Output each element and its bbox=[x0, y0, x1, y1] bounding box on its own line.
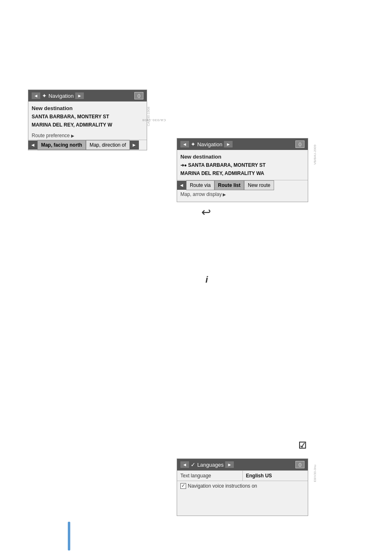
panel1-right-arrow[interactable]: ► bbox=[75, 92, 84, 99]
voice-label: Navigation voice instructions on bbox=[188, 483, 257, 489]
voice-instructions-row[interactable]: Navigation voice instructions on bbox=[177, 481, 308, 491]
panel1-body: New destination SANTA BARBARA, MONTERY S… bbox=[28, 101, 147, 131]
panel2-nav-icon: ✦ bbox=[191, 141, 196, 147]
panel2-destination2: MARINA DEL REY, ADMIRALITY WA bbox=[180, 169, 304, 177]
panel2-route-via[interactable]: Route via bbox=[186, 180, 214, 190]
panel2-left-arrow[interactable]: ◄ bbox=[180, 141, 189, 147]
panel2-route-list[interactable]: Route list bbox=[214, 180, 244, 190]
lang-header-content: ◄ ✓ Languages ► bbox=[180, 461, 234, 468]
panel1-corner-icon[interactable]: ⟨⟩ bbox=[134, 92, 143, 99]
panel1-side-label: CA/030-1908 bbox=[142, 118, 166, 122]
panel1-route-preference[interactable]: Route preference bbox=[28, 131, 147, 140]
panel2-footer-back[interactable]: ◄ bbox=[177, 181, 186, 190]
lang-corner-icon[interactable]: ⟨⟩ bbox=[295, 461, 304, 468]
panel1-vert-label: CA/030-1908 bbox=[147, 90, 150, 143]
panel2-vert-label: VB/B4U-2009 bbox=[313, 145, 317, 165]
lang-title: Languages bbox=[197, 462, 224, 468]
panel2-map-arrow-display[interactable]: Map, arrow display bbox=[177, 190, 308, 198]
back-arrow-1: ↩ bbox=[201, 205, 211, 219]
panel1-map-direction[interactable]: Map, direction of bbox=[86, 140, 130, 150]
panel1-footer: ◄ Map, facing north Map, direction of ► bbox=[28, 140, 147, 150]
panel2-new-route[interactable]: New route bbox=[244, 180, 274, 190]
panel2-right-arrow[interactable]: ► bbox=[224, 141, 233, 147]
text-language-row: Text language English US bbox=[177, 470, 308, 481]
info-symbol: i bbox=[205, 274, 208, 285]
lang-right-arrow[interactable]: ► bbox=[225, 461, 234, 468]
lang-check-icon: ✓ bbox=[191, 461, 196, 468]
lang-panel-header: ◄ ✓ Languages ► ⟨⟩ bbox=[177, 459, 308, 470]
panel2-header: ◄ ✦ Navigation ► ⟨⟩ bbox=[177, 138, 308, 150]
panel1-nav-icon: ✦ bbox=[42, 92, 47, 99]
panel1-destination2: MARINA DEL REY, ADMIRALITY W bbox=[32, 121, 143, 129]
panel1-new-destination[interactable]: New destination bbox=[32, 104, 143, 113]
panel2-body: New destination SANTA BARBARA, MONTERY S… bbox=[177, 150, 308, 180]
panel1-footer-forward[interactable]: ► bbox=[130, 140, 139, 150]
navigation-panel-1: ◄ ✦ Navigation ► ⟨⟩ New destination SANT… bbox=[28, 90, 147, 150]
blue-vertical-bar bbox=[68, 522, 70, 550]
checkmark-symbol: ☑ bbox=[298, 440, 307, 451]
text-language-label: Text language bbox=[177, 471, 243, 481]
panel1-left-arrow[interactable]: ◄ bbox=[32, 92, 40, 99]
panel1-header: ◄ ✦ Navigation ► ⟨⟩ bbox=[28, 90, 147, 101]
panel1-map-facing-north[interactable]: Map, facing north bbox=[37, 140, 86, 150]
navigation-panel-2: ◄ ✦ Navigation ► ⟨⟩ New destination SANT… bbox=[177, 138, 308, 202]
text-language-value: English US bbox=[243, 471, 308, 481]
panel2-header-content: ◄ ✦ Navigation ► bbox=[180, 141, 233, 147]
voice-checkbox[interactable] bbox=[180, 483, 186, 489]
panel1-title: Navigation bbox=[48, 93, 74, 99]
panel1-destination1: SANTA BARBARA, MONTERY ST bbox=[32, 113, 143, 121]
lang-empty-space bbox=[177, 491, 308, 516]
panel2-title: Navigation bbox=[197, 141, 222, 147]
lang-vert-label: E8/V30-0nu bbox=[313, 465, 317, 482]
panel1-header-content: ◄ ✦ Navigation ► bbox=[32, 92, 84, 99]
panel2-new-destination[interactable]: New destination bbox=[180, 152, 304, 161]
lang-left-arrow[interactable]: ◄ bbox=[180, 461, 189, 468]
panel2-destination1: SANTA BARBARA, MONTERY ST bbox=[180, 161, 304, 169]
panel2-corner-icon[interactable]: ⟨⟩ bbox=[295, 140, 304, 148]
panel2-footer: ◄ Route via Route list New route bbox=[177, 180, 308, 190]
panel1-footer-back[interactable]: ◄ bbox=[28, 140, 37, 150]
languages-panel: ◄ ✓ Languages ► ⟨⟩ Text language English… bbox=[177, 458, 308, 516]
